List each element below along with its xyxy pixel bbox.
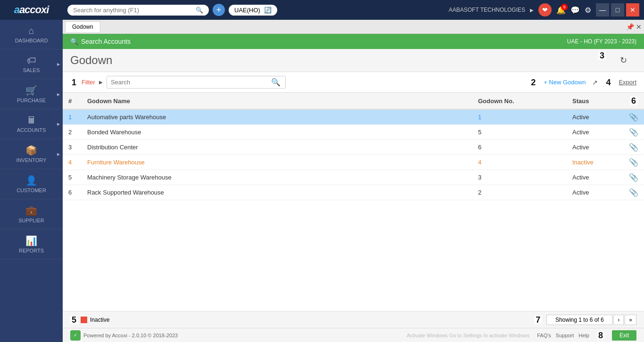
row-godown-no: 4	[472, 155, 567, 170]
search-accounts-label: Search Accounts	[81, 38, 131, 45]
header-annotations: 3 ↻	[598, 55, 636, 65]
sidebar-item-label: ACCOUNTS	[17, 127, 46, 133]
filter-row: 1 Filter ▶ 🔍 2 + New Godown ↗ 4 Export	[63, 72, 644, 93]
inventory-icon: 📦	[25, 145, 37, 156]
row-attach[interactable]: 📎	[623, 185, 644, 200]
tab-close-icon[interactable]: ✕	[636, 23, 642, 31]
row-status: Active	[567, 125, 623, 140]
chevron-right-icon: ▶	[57, 152, 60, 156]
new-godown-button[interactable]: + New Godown	[544, 79, 586, 86]
branch-selector[interactable]: UAE(HO) 🔄	[229, 5, 277, 16]
bottom-links: FAQ's Support Help	[537, 333, 589, 338]
refresh-page-icon[interactable]: ↻	[620, 55, 627, 65]
search-accounts-btn[interactable]: 🔍 Search Accounts	[70, 38, 131, 45]
table-search-box[interactable]: 🔍	[107, 76, 286, 89]
green-header: 🔍 Search Accounts UAE - HO (FY 2023 - 20…	[63, 34, 644, 49]
col-header-godown-no: Godown No.	[472, 93, 567, 109]
row-attach[interactable]: 📎	[623, 170, 644, 185]
page-title: Godown	[70, 54, 112, 67]
annotation-6-container: 6	[623, 93, 644, 109]
annotation-3: 3	[598, 51, 606, 60]
expand-icon[interactable]: ▶	[530, 8, 534, 13]
sidebar-item-reports[interactable]: 📊 REPORTS	[0, 229, 63, 260]
customer-icon: 👤	[25, 175, 37, 186]
row-status: Active	[567, 109, 623, 125]
last-page-button[interactable]: »	[625, 315, 636, 325]
export-button[interactable]: Export	[619, 79, 636, 86]
sidebar-item-dashboard[interactable]: ⌂ DASHBOARD	[0, 20, 63, 49]
annotation-7: 7	[534, 316, 542, 324]
minimize-button[interactable]: —	[596, 3, 609, 16]
support-link[interactable]: Support	[556, 333, 574, 338]
table-row[interactable]: 4 Furniture Warehouse 4 Inactive 📎	[63, 155, 644, 170]
logo-area[interactable]: aaccoxi	[0, 0, 63, 20]
table-row[interactable]: 6 Rack Supported Warehouse 2 Active 📎	[63, 185, 644, 200]
faq-link[interactable]: FAQ's	[537, 333, 551, 338]
notification-icon[interactable]: 🔔 8	[556, 6, 566, 15]
sidebar-item-customer[interactable]: 👤 CUSTOMER	[0, 169, 63, 199]
legend: 5 Inactive	[70, 316, 109, 324]
sidebar-item-sales[interactable]: 🏷 SALES ▶	[0, 49, 63, 79]
row-name[interactable]: Furniture Warehouse	[82, 155, 472, 170]
main-content: 🔍 + UAE(HO) 🔄 AABASOFT TECHNOLOGIES ▶ ❤ …	[63, 0, 644, 342]
row-attach[interactable]: 📎	[623, 155, 644, 170]
tab-controls: 📌 ✕	[626, 23, 642, 31]
bottom-bar: ✓ Powered by Accoxi - 2.0.10 © 2018-2023…	[63, 328, 644, 342]
attach-icon[interactable]: 📎	[629, 173, 638, 181]
row-name[interactable]: Rack Supported Warehouse	[82, 185, 472, 200]
help-link[interactable]: Help	[578, 333, 589, 338]
window-controls: — □ ✕	[596, 3, 639, 16]
col-header-num: #	[63, 93, 82, 109]
sidebar-item-supplier[interactable]: 💼 SUPPLIER	[0, 199, 63, 229]
sidebar-item-accounts[interactable]: 🖩 ACCOUNTS ▶	[0, 109, 63, 139]
row-name[interactable]: Machinery Storage Warehouse	[82, 170, 472, 185]
maximize-button[interactable]: □	[611, 3, 624, 16]
filter-button[interactable]: Filter	[82, 79, 95, 86]
add-button[interactable]: +	[213, 4, 225, 16]
table-row[interactable]: 2 Bonded Warehouse 5 Active 📎	[63, 125, 644, 140]
annotation-2: 2	[529, 78, 537, 87]
annotation-1: 1	[70, 78, 78, 87]
attach-icon[interactable]: 📎	[629, 158, 638, 166]
sidebar: aaccoxi ⌂ DASHBOARD 🏷 SALES ▶ 🛒 PURCHASE…	[0, 0, 63, 342]
global-search-box[interactable]: 🔍	[67, 5, 209, 16]
row-godown-no: 3	[472, 170, 567, 185]
godown-tab[interactable]: Godown	[65, 21, 100, 32]
col-header-status: Staus	[567, 93, 623, 109]
close-button[interactable]: ✕	[626, 3, 639, 16]
exit-button[interactable]: Exit	[612, 330, 636, 341]
branch-label: UAE(HO)	[234, 7, 260, 14]
avatar[interactable]: ❤	[538, 3, 552, 16]
table-search-input[interactable]	[111, 79, 271, 86]
row-num: 3	[63, 140, 82, 155]
tab-pin-icon[interactable]: 📌	[626, 23, 634, 31]
attach-icon[interactable]: 📎	[629, 113, 638, 121]
row-attach[interactable]: 📎	[623, 109, 644, 125]
sidebar-item-inventory[interactable]: 📦 INVENTORY ▶	[0, 139, 63, 169]
sidebar-item-label: PURCHASE	[17, 98, 46, 103]
table-row[interactable]: 3 Distribution Center 6 Active 📎	[63, 140, 644, 155]
row-name[interactable]: Bonded Warehouse	[82, 125, 472, 140]
filter-arrow-icon[interactable]: ▶	[99, 80, 103, 85]
search-input[interactable]	[73, 7, 196, 14]
tab-bar: Godown 📌 ✕	[63, 20, 644, 34]
attach-icon[interactable]: 📎	[629, 143, 638, 151]
chat-icon[interactable]: 💬	[570, 6, 580, 15]
topbar: 🔍 + UAE(HO) 🔄 AABASOFT TECHNOLOGIES ▶ ❤ …	[63, 0, 644, 20]
open-icon[interactable]: ↗	[592, 79, 598, 86]
row-attach[interactable]: 📎	[623, 140, 644, 155]
row-name[interactable]: Distribution Center	[82, 140, 472, 155]
sidebar-item-purchase[interactable]: 🛒 PURCHASE ▶	[0, 79, 63, 109]
attach-icon[interactable]: 📎	[629, 128, 638, 136]
dashboard-icon: ⌂	[28, 25, 34, 36]
sidebar-item-label: CUSTOMER	[17, 187, 46, 193]
row-attach[interactable]: 📎	[623, 125, 644, 140]
next-page-button[interactable]: ›	[613, 315, 624, 325]
fy-info: UAE - HO (FY 2023 - 2023)	[567, 38, 636, 45]
attach-icon[interactable]: 📎	[629, 188, 638, 196]
table-row[interactable]: 1 Automative parts Warehouse 1 Active 📎	[63, 109, 644, 125]
refresh-icon[interactable]: 🔄	[264, 7, 272, 14]
table-row[interactable]: 5 Machinery Storage Warehouse 3 Active 📎	[63, 170, 644, 185]
row-name[interactable]: Automative parts Warehouse	[82, 109, 472, 125]
settings-icon[interactable]: ⚙	[585, 6, 591, 15]
